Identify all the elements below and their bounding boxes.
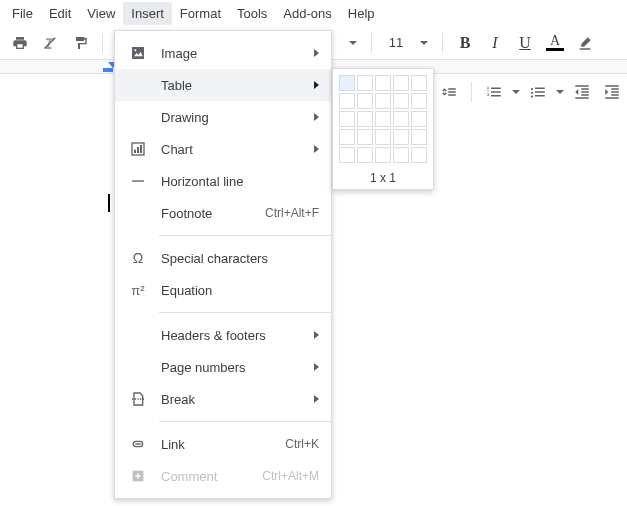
highlight-color-button[interactable] xyxy=(571,29,599,57)
menu-item-shortcut: Ctrl+Alt+F xyxy=(265,206,319,220)
table-dimensions-label: 1 x 1 xyxy=(339,171,427,185)
toolbar-separator xyxy=(371,33,372,53)
toolbar-separator xyxy=(471,82,472,102)
table-cell[interactable] xyxy=(375,93,391,109)
numbered-list-icon xyxy=(485,83,503,101)
italic-button[interactable]: I xyxy=(481,29,509,57)
chevron-right-icon xyxy=(314,395,319,403)
indent-marker-base-icon[interactable] xyxy=(103,68,113,72)
table-cell[interactable] xyxy=(375,111,391,127)
toolbar-separator xyxy=(102,33,103,53)
table-size-grid[interactable] xyxy=(339,75,427,163)
menu-tools[interactable]: Tools xyxy=(229,2,275,25)
table-cell[interactable] xyxy=(393,111,409,127)
svg-point-2 xyxy=(134,49,136,51)
menu-item-label: Table xyxy=(161,78,314,93)
blank-icon xyxy=(127,108,149,126)
table-cell[interactable] xyxy=(357,93,373,109)
increase-indent-button[interactable] xyxy=(598,78,626,106)
font-family-dropdown[interactable] xyxy=(343,29,363,57)
insert-link[interactable]: Link Ctrl+K xyxy=(115,428,331,460)
print-button[interactable] xyxy=(6,29,34,57)
numbered-list-button[interactable] xyxy=(480,78,508,106)
table-cell[interactable] xyxy=(357,75,373,91)
chevron-right-icon xyxy=(314,49,319,57)
table-cell[interactable] xyxy=(393,93,409,109)
submenu-indicator xyxy=(314,330,319,341)
table-cell[interactable] xyxy=(339,111,355,127)
font-size-dropdown[interactable] xyxy=(414,29,434,57)
text-color-button[interactable]: A xyxy=(541,29,569,57)
table-cell[interactable] xyxy=(411,93,427,109)
highlighter-icon xyxy=(577,35,593,51)
table-cell[interactable] xyxy=(411,147,427,163)
menu-item-label: Horizontal line xyxy=(161,174,319,189)
underline-button[interactable]: U xyxy=(511,29,539,57)
svg-rect-7 xyxy=(132,180,144,181)
bulleted-list-button[interactable] xyxy=(524,78,552,106)
table-cell[interactable] xyxy=(375,129,391,145)
table-cell[interactable] xyxy=(411,111,427,127)
menu-addons[interactable]: Add-ons xyxy=(275,2,339,25)
table-cell[interactable] xyxy=(339,147,355,163)
numbered-list-dropdown[interactable] xyxy=(510,78,522,106)
submenu-indicator xyxy=(314,362,319,373)
table-cell[interactable] xyxy=(393,129,409,145)
menu-edit[interactable]: Edit xyxy=(41,2,79,25)
insert-horizontal-line[interactable]: Horizontal line xyxy=(115,165,331,197)
omega-icon: Ω xyxy=(127,249,149,267)
text-cursor xyxy=(108,194,110,212)
table-cell[interactable] xyxy=(339,93,355,109)
table-cell[interactable] xyxy=(393,75,409,91)
table-cell[interactable] xyxy=(339,75,355,91)
insert-footnote[interactable]: Footnote Ctrl+Alt+F xyxy=(115,197,331,229)
paint-format-button[interactable] xyxy=(66,29,94,57)
insert-special-characters[interactable]: Ω Special characters xyxy=(115,242,331,274)
insert-break[interactable]: Break xyxy=(115,383,331,415)
insert-page-numbers[interactable]: Page numbers xyxy=(115,351,331,383)
decrease-indent-icon xyxy=(573,83,591,101)
insert-equation[interactable]: π² Equation xyxy=(115,274,331,306)
menu-item-label: Break xyxy=(161,392,314,407)
line-spacing-button[interactable] xyxy=(435,78,463,106)
bulleted-list-dropdown[interactable] xyxy=(554,78,566,106)
print-icon xyxy=(12,35,28,51)
blank-icon xyxy=(127,76,149,94)
menu-file[interactable]: File xyxy=(4,2,41,25)
submenu-indicator xyxy=(314,80,319,91)
insert-image[interactable]: Image xyxy=(115,37,331,69)
table-cell[interactable] xyxy=(339,129,355,145)
table-cell[interactable] xyxy=(411,129,427,145)
menu-format[interactable]: Format xyxy=(172,2,229,25)
table-cell[interactable] xyxy=(357,129,373,145)
menu-item-label: Page numbers xyxy=(161,360,314,375)
table-cell[interactable] xyxy=(411,75,427,91)
insert-chart[interactable]: Chart xyxy=(115,133,331,165)
menu-item-label: Equation xyxy=(161,283,319,298)
insert-table[interactable]: Table xyxy=(115,69,331,101)
paint-format-icon xyxy=(72,35,88,51)
chevron-right-icon xyxy=(314,145,319,153)
pi-icon: π² xyxy=(127,281,149,299)
table-cell[interactable] xyxy=(375,147,391,163)
menu-item-shortcut: Ctrl+Alt+M xyxy=(262,469,319,483)
insert-headers-footers[interactable]: Headers & footers xyxy=(115,319,331,351)
insert-drawing[interactable]: Drawing xyxy=(115,101,331,133)
decrease-indent-button[interactable] xyxy=(568,78,596,106)
submenu-indicator xyxy=(314,394,319,405)
svg-rect-0 xyxy=(132,47,144,59)
menu-help[interactable]: Help xyxy=(340,2,383,25)
bold-button[interactable]: B xyxy=(451,29,479,57)
menu-insert[interactable]: Insert xyxy=(123,2,172,25)
table-cell[interactable] xyxy=(393,147,409,163)
svg-rect-4 xyxy=(134,150,136,153)
chevron-down-icon xyxy=(349,41,357,45)
table-cell[interactable] xyxy=(357,147,373,163)
table-cell[interactable] xyxy=(375,75,391,91)
chevron-down-icon xyxy=(420,41,428,45)
table-cell[interactable] xyxy=(357,111,373,127)
clear-formatting-button[interactable] xyxy=(36,29,64,57)
font-size-value[interactable]: 11 xyxy=(380,32,412,54)
menu-view[interactable]: View xyxy=(79,2,123,25)
chevron-right-icon xyxy=(314,81,319,89)
